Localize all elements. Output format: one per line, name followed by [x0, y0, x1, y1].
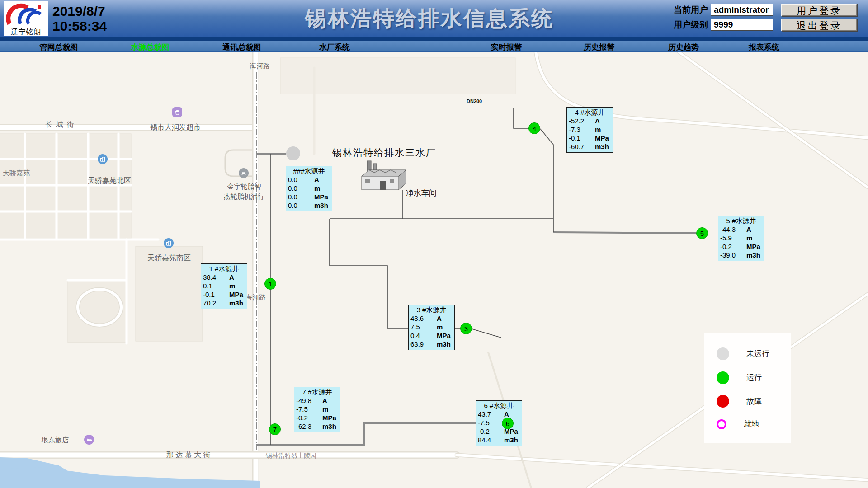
well-box-7: 7 #水源井 -49.8A -7.5m -0.2MPa -62.3m3h: [294, 387, 340, 432]
login-button[interactable]: 用户登录: [781, 4, 857, 16]
plant-name-label: 锡林浩特给排水三水厂: [332, 146, 436, 159]
stopped-status-icon: [717, 347, 729, 360]
poi-label-tianjiao-north: 天骄嘉苑北区: [88, 176, 131, 186]
poi-label-supermarket: 锡市大润发超市: [150, 123, 201, 132]
legend-item-running: 运行: [704, 371, 791, 384]
current-time: 10:58:34: [52, 19, 107, 33]
well-level: 0.1: [203, 282, 229, 290]
area-label-tianjiao: 天骄嘉苑: [3, 169, 30, 178]
well-title: 7 #水源井: [294, 387, 340, 396]
building-icon-north: [98, 154, 108, 164]
nav-pipe-network-overview[interactable]: 管网总貌图: [40, 42, 78, 52]
well-box-3: 3 #水源井 43.6A 7.5m 0.4MPa 63.9m3h: [408, 305, 455, 350]
well-flow: -39.0: [720, 251, 746, 259]
poi-label-tianjiao-south: 天骄嘉苑南区: [147, 253, 191, 263]
page-title: 锡林浩特给排水信息系统: [305, 5, 554, 33]
well-level: -7.3: [569, 125, 595, 134]
well-title: 3 #水源井: [409, 305, 454, 314]
legend-item-fault: 故障: [704, 395, 791, 408]
well-marker-3[interactable]: 3: [460, 323, 472, 334]
well-marker-stopped[interactable]: [286, 146, 300, 160]
well-flow: 0.0: [288, 201, 314, 210]
street-label-haihe-top: 海河路: [250, 60, 258, 72]
nav-communication-overview[interactable]: 通讯总貌图: [223, 42, 261, 52]
well-current: 0.0: [288, 175, 314, 184]
nav-report-system[interactable]: 报表系统: [749, 42, 779, 52]
well-level: 0.0: [288, 184, 314, 192]
logo-text: 辽宁铭朗: [4, 28, 48, 37]
well-level: 7.5: [410, 323, 437, 331]
well-flow: 84.4: [478, 436, 504, 444]
bed-icon: [84, 435, 94, 445]
well-marker-7[interactable]: 7: [269, 423, 281, 435]
well-pressure: -0.2: [296, 413, 322, 422]
well-level: -7.5: [478, 418, 504, 427]
nav-water-source-overview[interactable]: 水源总貌图: [131, 42, 170, 52]
well-pressure: -0.2: [478, 427, 504, 436]
well-current: -49.8: [296, 396, 322, 405]
poi-label-tireshop-1: 金宇轮胎智: [227, 183, 261, 191]
current-user-label: 当前用户: [671, 4, 708, 16]
datetime: 2019/8/7 10:58:34: [52, 4, 107, 33]
workshop-label: 净水车间: [406, 188, 437, 198]
poi-label-hotel: 垠东旅店: [42, 436, 69, 445]
nav-realtime-alarms[interactable]: 实时报警: [491, 42, 522, 52]
car-icon: [239, 168, 249, 178]
user-panel: 当前用户 用户登录 用户级别 退出登录: [671, 3, 857, 33]
well-flow: -60.7: [569, 142, 595, 151]
well-pressure: 0.4: [410, 331, 437, 340]
well-title: ###水源井: [286, 166, 332, 175]
header: 辽宁铭朗 2019/8/7 10:58:34 锡林浩特给排水信息系统 当前用户 …: [0, 0, 868, 37]
well-box-1: 1 #水源井 38.4A 0.1m -0.1MPa 70.2m3h: [201, 263, 247, 309]
well-marker-4[interactable]: 4: [528, 122, 540, 134]
street-label-changcheng: 长城街: [45, 120, 78, 130]
local-status-icon: [717, 419, 726, 429]
well-current: 43.7: [478, 410, 504, 418]
company-logo: 辽宁铭朗: [4, 1, 48, 36]
status-legend: 未运行 运行 故障 就地: [704, 333, 791, 443]
building-icon-south: [164, 238, 174, 248]
well-box-4: 4 #水源井 -52.2A -7.3m -0.1MPa -60.7m3h: [566, 107, 613, 153]
street-label-nadamu: 那 达 慕 大 街: [166, 450, 211, 460]
well-title: 4 #水源井: [567, 108, 613, 117]
well-level: -7.5: [296, 405, 322, 413]
running-status-icon: [717, 371, 729, 384]
well-current: 43.6: [410, 314, 437, 323]
well-flow: 70.2: [203, 299, 229, 307]
pipe-diameter-label: DN200: [467, 99, 482, 104]
well-title: 1 #水源井: [201, 264, 247, 273]
shopping-icon: [172, 107, 182, 117]
well-marker-1[interactable]: 1: [264, 278, 276, 290]
well-pressure: 0.0: [288, 192, 314, 201]
current-user-field[interactable]: [711, 4, 773, 16]
nav-plant-system[interactable]: 水厂系统: [319, 42, 350, 52]
user-level-label: 用户级别: [671, 19, 708, 31]
current-date: 2019/8/7: [52, 4, 107, 19]
well-level: -5.9: [720, 234, 746, 242]
user-level-field[interactable]: [711, 19, 773, 31]
poi-label-tireshop-2: 杰轮胎机油行: [224, 192, 264, 201]
well-flow: 63.9: [410, 340, 437, 348]
well-current: -52.2: [569, 117, 595, 125]
well-pressure: -0.1: [203, 290, 229, 299]
well-current: 38.4: [203, 273, 229, 282]
well-pressure: -0.1: [569, 134, 595, 142]
logo-graphic: [6, 1, 47, 27]
well-box-6: 6 #水源井 43.7A -7.5m -0.2MPa 84.4m3h: [476, 400, 522, 446]
well-box-5: 5 #水源井 -44.3A -5.9m -0.2MPa -39.0m3h: [718, 216, 764, 261]
well-title: 6 #水源井: [476, 401, 522, 410]
well-title: 5 #水源井: [718, 216, 764, 225]
nav-history-trends[interactable]: 历史趋势: [668, 42, 699, 52]
well-pressure: -0.2: [720, 242, 746, 251]
well-marker-5[interactable]: 5: [696, 227, 708, 239]
poi-label-martyrs-cemetery: 锡林浩特烈士陵园: [266, 452, 316, 460]
main-nav: 管网总貌图 水源总貌图 通讯总貌图 水厂系统 实时报警 历史报警 历史趋势 报表…: [0, 41, 868, 52]
legend-item-stopped: 未运行: [704, 347, 791, 360]
well-flow: -62.3: [296, 422, 322, 431]
fault-status-icon: [717, 395, 729, 408]
well-current: -44.3: [720, 225, 746, 234]
well-marker-6[interactable]: 6: [502, 418, 514, 429]
logout-button[interactable]: 退出登录: [781, 19, 857, 31]
nav-divider: [0, 37, 868, 41]
nav-history-alarms[interactable]: 历史报警: [584, 42, 614, 52]
